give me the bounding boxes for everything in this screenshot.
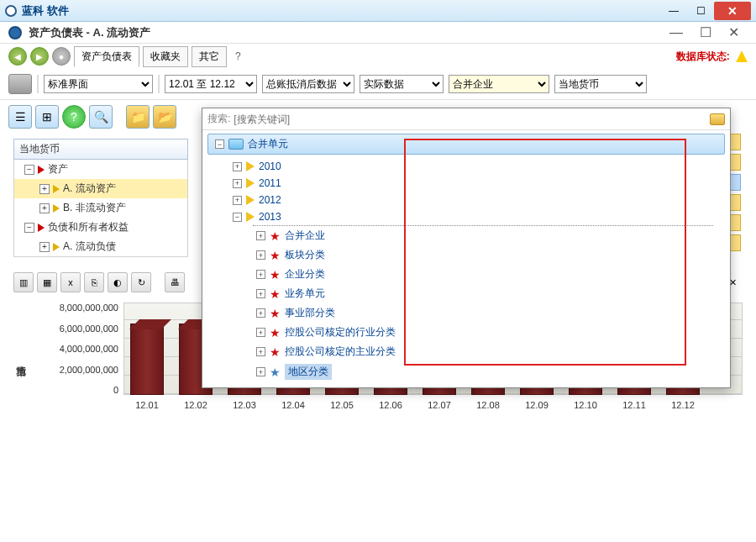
toggle-icon[interactable]: + [233, 196, 242, 205]
tab-favorites[interactable]: 收藏夹 [143, 46, 188, 67]
chart-bar-icon[interactable]: ▥ [13, 272, 34, 292]
y-tick: 4,000,000,000 [60, 344, 118, 354]
app-icon [5, 5, 17, 17]
currency-select[interactable]: 当地货币 [554, 75, 647, 93]
chart-export-icon[interactable]: x [60, 272, 81, 292]
help-button[interactable]: ? [230, 50, 246, 62]
node-label: 地区分类 [285, 364, 332, 380]
triangle-icon [38, 166, 45, 174]
tree-node[interactable]: +A. 流动资产 [14, 179, 187, 198]
inner-minimize[interactable]: — [661, 25, 691, 40]
account-tree[interactable]: −资产+A. 流动资产+B. 非流动资产−负债和所有者权益+A. 流动负债 [13, 160, 188, 257]
entity-node[interactable]: +★业务单元 [202, 284, 730, 303]
db-status-label: 数据库状态: [676, 50, 730, 62]
toggle-icon[interactable]: − [233, 213, 242, 222]
tree-node[interactable]: +B. 非流动资产 [14, 198, 187, 218]
x-tick: 12.12 [666, 400, 700, 410]
x-tick: 12.07 [423, 400, 456, 410]
x-tick: 12.01 [130, 400, 164, 410]
printer-icon[interactable] [8, 74, 32, 94]
entity-node[interactable]: +★控股公司核定的行业分类 [202, 323, 730, 342]
entity-node[interactable]: +★企业分类 [202, 265, 730, 284]
close-button[interactable]: ✕ [714, 2, 751, 20]
maximize-button[interactable]: ☐ [687, 2, 714, 20]
binoculars-icon[interactable]: 🔍 [89, 105, 113, 129]
toggle-icon[interactable]: + [256, 328, 265, 337]
toggle-icon[interactable]: + [39, 184, 50, 194]
doc-icon [8, 26, 22, 39]
inner-maximize[interactable]: ☐ [691, 24, 720, 40]
node-label: 控股公司核定的主业分类 [285, 345, 396, 359]
entity-node[interactable]: +★板块分类 [202, 245, 730, 265]
star-icon: ★ [270, 345, 281, 359]
entity-picker-overlay: 搜索: − 合并单元 +2010+2011+2012−2013+★合并企业+★板… [202, 108, 731, 388]
toggle-icon[interactable]: + [39, 242, 50, 252]
star-icon: ★ [270, 366, 281, 379]
picker-icon[interactable] [710, 113, 725, 125]
toggle-icon[interactable]: + [256, 270, 265, 279]
collapse-icon[interactable]: − [215, 139, 224, 149]
toggle-icon[interactable]: + [256, 347, 265, 356]
node-label: 合并单元 [248, 137, 288, 151]
tree-node[interactable]: −资产 [14, 160, 187, 179]
filter-row: 标准界面 12.01 至 12.12 总账抵消后数据 实际数据 合并企业 当地货… [0, 69, 756, 100]
db-status: 数据库状态: [676, 50, 748, 64]
node-label: 2011 [259, 177, 281, 189]
back-button[interactable]: ◀ [8, 47, 27, 66]
node-label: 2013 [259, 211, 281, 223]
tab-balance-sheet[interactable]: 资产负债表 [74, 46, 139, 67]
help-icon[interactable]: ? [62, 105, 86, 129]
x-tick: 12.02 [179, 400, 213, 410]
stop-button[interactable]: ● [52, 47, 71, 66]
toggle-icon[interactable]: + [256, 308, 265, 318]
star-icon: ★ [270, 268, 281, 282]
node-label: 资产 [48, 162, 68, 176]
toggle-icon[interactable]: + [233, 179, 242, 188]
forward-button[interactable]: ▶ [30, 47, 49, 66]
y-tick: 2,000,000,000 [60, 365, 118, 375]
toggle-icon[interactable]: + [256, 367, 265, 376]
year-node[interactable]: −2013 [202, 208, 730, 225]
entity-node[interactable]: +★控股公司核定的主业分类 [202, 342, 730, 361]
toggle-icon[interactable]: + [39, 203, 50, 213]
minimize-button[interactable]: — [660, 2, 687, 20]
year-node[interactable]: +2012 [202, 192, 730, 208]
toggle-icon[interactable]: + [256, 289, 265, 298]
entity-node[interactable]: +★事业部分类 [202, 303, 730, 323]
chart-bar2-icon[interactable]: ▦ [37, 272, 57, 292]
view-detail-icon[interactable]: ⊞ [35, 105, 59, 129]
triangle-icon [38, 224, 45, 232]
x-tick: 12.09 [520, 400, 554, 410]
tree-node[interactable]: +A. 流动负债 [14, 237, 187, 256]
toggle-icon[interactable]: + [233, 162, 242, 171]
chart-settings-icon[interactable]: ◐ [108, 272, 128, 292]
chart-copy-icon[interactable]: ⎘ [84, 272, 104, 292]
toggle-icon[interactable]: + [256, 250, 265, 260]
toggle-icon[interactable]: + [256, 231, 265, 240]
entity-node[interactable]: +★合并企业 [202, 226, 730, 245]
entity-select[interactable]: 合并企业 [449, 75, 549, 93]
folder-up-icon[interactable]: 📂 [153, 105, 176, 129]
tab-other[interactable]: 其它 [192, 46, 227, 67]
chart-refresh-icon[interactable]: ↻ [131, 272, 151, 292]
overlay-root-node[interactable]: − 合并单元 [207, 134, 725, 155]
bar [130, 324, 164, 395]
inner-close[interactable]: ✕ [720, 24, 748, 40]
node-label: 板块分类 [285, 248, 325, 262]
node-label: 事业部分类 [285, 306, 335, 320]
folder-open-icon[interactable]: 📁 [126, 105, 150, 129]
data-kind-select[interactable]: 实际数据 [360, 75, 444, 93]
chart-print-icon[interactable]: 🖶 [165, 272, 185, 292]
year-node[interactable]: +2011 [202, 175, 730, 192]
x-tick: 12.11 [617, 400, 651, 410]
entity-node[interactable]: +★地区分类 [202, 361, 730, 382]
scope-select[interactable]: 标准界面 [44, 75, 153, 93]
period-select[interactable]: 12.01 至 12.12 [165, 75, 257, 93]
ledger-select[interactable]: 总账抵消后数据 [262, 75, 354, 93]
search-input[interactable] [234, 113, 710, 125]
year-node[interactable]: +2010 [202, 158, 730, 175]
toggle-icon[interactable]: − [24, 223, 34, 233]
toggle-icon[interactable]: − [24, 165, 34, 175]
tree-node[interactable]: −负债和所有者权益 [14, 218, 187, 237]
view-list-icon[interactable]: ☰ [8, 105, 32, 129]
